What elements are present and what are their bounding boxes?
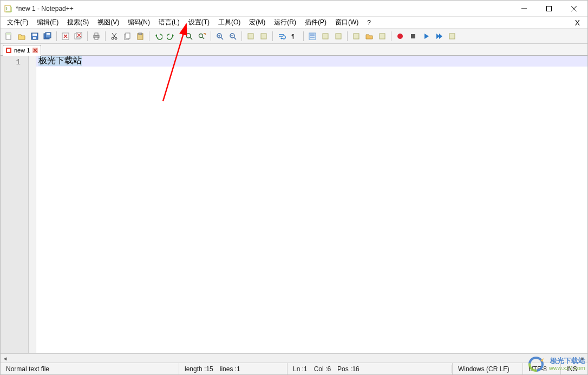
redo-icon[interactable] xyxy=(165,30,177,42)
cut-icon[interactable] xyxy=(108,30,120,42)
horizontal-scrollbar[interactable]: ◄ ► xyxy=(1,353,587,363)
line-number-1: 1 xyxy=(1,57,28,68)
svg-rect-1 xyxy=(547,6,552,11)
svg-rect-36 xyxy=(449,34,455,39)
tab-close-icon[interactable] xyxy=(32,47,38,54)
func-list-icon[interactable] xyxy=(350,30,362,42)
copy-icon[interactable] xyxy=(121,30,133,42)
menu-window[interactable]: 窗口(W) xyxy=(331,17,363,28)
svg-rect-26 xyxy=(248,34,253,39)
menu-encoding[interactable]: 编码(N) xyxy=(123,17,154,28)
svg-rect-0 xyxy=(5,5,10,12)
menu-language[interactable]: 语言(L) xyxy=(154,17,184,28)
toolbar-separator xyxy=(241,31,242,41)
lang-icon[interactable] xyxy=(319,30,331,42)
menu-view[interactable]: 视图(V) xyxy=(93,17,123,28)
menu-close-x[interactable]: X xyxy=(570,18,585,27)
menu-bar: 文件(F) 编辑(E) 搜索(S) 视图(V) 编码(N) 语言(L) 设置(T… xyxy=(1,17,587,29)
svg-rect-35 xyxy=(411,34,415,38)
menu-run[interactable]: 运行(R) xyxy=(270,17,300,28)
save-icon[interactable] xyxy=(29,30,41,42)
menu-search[interactable]: 搜索(S) xyxy=(63,17,93,28)
tab-bar: new 1 xyxy=(1,44,587,56)
svg-point-23 xyxy=(199,34,203,37)
zoom-out-icon[interactable] xyxy=(227,30,239,42)
indent-guide-icon[interactable] xyxy=(306,30,318,42)
svg-rect-33 xyxy=(380,34,385,39)
svg-point-22 xyxy=(186,34,191,38)
minimize-button[interactable] xyxy=(512,1,537,17)
close-all-icon[interactable] xyxy=(73,30,84,42)
find-icon[interactable] xyxy=(183,30,195,42)
status-mode[interactable]: INS xyxy=(560,363,587,374)
svg-rect-38 xyxy=(7,49,10,52)
replace-icon[interactable] xyxy=(196,30,208,42)
toolbar: ¶ xyxy=(1,29,587,44)
app-window: *new 1 - Notepad++ 文件(F) 编辑(E) 搜索(S) 视图(… xyxy=(0,0,588,375)
status-length-lines: length : 15 lines : 1 xyxy=(179,363,288,374)
svg-rect-30 xyxy=(323,34,328,39)
close-icon[interactable] xyxy=(60,30,71,42)
print-icon[interactable] xyxy=(90,30,102,42)
svg-rect-19 xyxy=(126,33,130,38)
toolbar-separator xyxy=(149,31,149,41)
doc-map-icon[interactable] xyxy=(332,30,344,42)
record-icon[interactable] xyxy=(394,30,406,42)
menu-file[interactable]: 文件(F) xyxy=(3,17,32,28)
play-multi-icon[interactable] xyxy=(433,30,445,42)
show-all-icon[interactable]: ¶ xyxy=(289,30,300,42)
status-filetype: Normal text file xyxy=(1,363,179,374)
save-all-icon[interactable] xyxy=(42,30,54,42)
stop-icon[interactable] xyxy=(407,30,419,42)
svg-rect-31 xyxy=(336,34,341,39)
status-eol[interactable]: Windows (CR LF) xyxy=(452,363,522,374)
status-bar: Normal text file length : 15 lines : 1 L… xyxy=(1,363,587,374)
new-file-icon[interactable] xyxy=(3,30,15,42)
menu-help[interactable]: ? xyxy=(363,18,375,28)
window-title: *new 1 - Notepad++ xyxy=(16,5,74,12)
save-macro-icon[interactable] xyxy=(446,30,458,42)
text-area[interactable]: 极光下载站 xyxy=(36,56,587,353)
svg-rect-9 xyxy=(47,33,50,35)
close-button[interactable] xyxy=(561,1,586,17)
tab-new-1[interactable]: new 1 xyxy=(3,45,41,56)
menu-tools[interactable]: 工具(O) xyxy=(214,17,245,28)
status-encoding[interactable]: UTF-8 xyxy=(522,363,560,374)
monitor-icon[interactable] xyxy=(376,30,388,42)
menu-edit[interactable]: 编辑(E) xyxy=(32,17,63,28)
toolbar-separator xyxy=(56,31,57,41)
toolbar-separator xyxy=(272,31,273,41)
sync-h-icon[interactable] xyxy=(258,30,270,42)
paste-icon[interactable] xyxy=(134,30,146,42)
svg-rect-14 xyxy=(95,33,98,35)
play-icon[interactable] xyxy=(420,30,432,42)
zoom-in-icon[interactable] xyxy=(214,30,226,42)
scroll-left-icon[interactable]: ◄ xyxy=(1,354,10,363)
title-bar: *new 1 - Notepad++ xyxy=(1,1,587,17)
wordwrap-icon[interactable] xyxy=(276,30,288,42)
tab-label: new 1 xyxy=(14,47,30,54)
open-file-icon[interactable] xyxy=(16,30,28,42)
menu-macro[interactable]: 宏(M) xyxy=(245,17,270,28)
menu-plugins[interactable]: 插件(P) xyxy=(300,17,331,28)
line-1: 极光下载站 xyxy=(36,56,587,67)
editor-area: 1 极光下载站 xyxy=(1,56,587,353)
toolbar-separator xyxy=(391,31,391,41)
svg-text:¶: ¶ xyxy=(291,34,295,40)
svg-rect-32 xyxy=(354,34,359,39)
scroll-right-icon[interactable]: ► xyxy=(578,354,587,363)
line-number-gutter: 1 xyxy=(1,56,29,353)
line-1-text: 极光下载站 xyxy=(38,56,82,66)
folder-icon[interactable] xyxy=(363,30,375,42)
toolbar-separator xyxy=(105,31,106,41)
svg-point-34 xyxy=(397,34,403,39)
undo-icon[interactable] xyxy=(152,30,164,42)
menu-settings[interactable]: 设置(T) xyxy=(184,17,214,28)
svg-rect-15 xyxy=(95,37,98,40)
fold-margin xyxy=(29,56,36,353)
toolbar-separator xyxy=(347,31,348,41)
sync-v-icon[interactable] xyxy=(245,30,257,42)
toolbar-separator xyxy=(87,31,88,41)
maximize-button[interactable] xyxy=(537,1,561,17)
svg-rect-21 xyxy=(139,33,142,35)
